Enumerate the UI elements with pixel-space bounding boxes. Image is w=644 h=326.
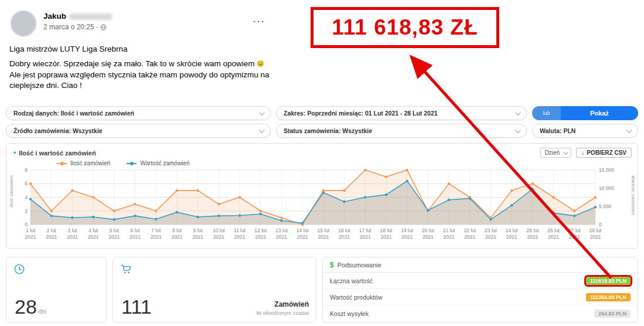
redacted-surname bbox=[70, 13, 112, 20]
filter-range-dropdown[interactable]: Zakres: Poprzedni miesiąc: 01 Lut 2021 -… bbox=[276, 106, 527, 120]
svg-text:17 lut: 17 lut bbox=[359, 227, 371, 233]
filter-source-dropdown[interactable]: Źródło zamówienia: Wszystkie bbox=[6, 124, 271, 138]
legend-label-orders-value: Wartość zamówień bbox=[140, 160, 189, 167]
chart-area[interactable]: Ilość zamówień Wartość zamówień 0246805 … bbox=[6, 167, 638, 244]
summary-value-products: 111354.00 PLN bbox=[586, 293, 631, 301]
post-author-name[interactable]: Jakub bbox=[43, 12, 66, 21]
summary-label-shipping: Koszt wysyłek bbox=[330, 310, 369, 317]
interval-dropdown[interactable]: Dzień bbox=[540, 148, 572, 158]
download-csv-button[interactable]: ↓ POBIERZ CSV bbox=[576, 148, 632, 158]
svg-text:2021: 2021 bbox=[87, 234, 98, 240]
svg-text:2021: 2021 bbox=[339, 234, 350, 240]
svg-text:4: 4 bbox=[25, 195, 28, 201]
download-csv-label: POBIERZ CSV bbox=[587, 150, 626, 156]
y-axis-left-title: Ilość zamówień bbox=[9, 175, 14, 208]
panel-title-dot: • bbox=[13, 149, 16, 157]
days-unit: dni bbox=[39, 308, 46, 315]
svg-text:2021: 2021 bbox=[568, 234, 580, 240]
post-meta: 2 marca o 20:25 · bbox=[43, 23, 107, 31]
legend-item-orders-count[interactable]: Ilość zamówień bbox=[57, 160, 110, 167]
filter-currency-label: Waluta: PLN bbox=[540, 127, 575, 134]
svg-text:2021: 2021 bbox=[25, 234, 36, 240]
avatar[interactable] bbox=[11, 11, 36, 36]
svg-text:2021: 2021 bbox=[548, 234, 559, 240]
svg-text:28 lut: 28 lut bbox=[589, 227, 601, 233]
chart-title: Ilość i wartość zamówień bbox=[19, 150, 96, 157]
svg-text:5 000: 5 000 bbox=[599, 203, 612, 209]
legend-swatch-orange bbox=[57, 163, 67, 164]
chart-legend: Ilość zamówień Wartość zamówień bbox=[6, 158, 638, 167]
svg-text:21 lut: 21 lut bbox=[442, 227, 455, 233]
svg-text:18 lut: 18 lut bbox=[380, 227, 392, 233]
svg-text:2021: 2021 bbox=[401, 234, 413, 240]
svg-text:2021: 2021 bbox=[192, 234, 203, 240]
svg-text:2021: 2021 bbox=[234, 234, 245, 240]
svg-text:6: 6 bbox=[25, 181, 28, 186]
legend-item-orders-value[interactable]: Wartość zamówień bbox=[127, 160, 189, 167]
chevron-down-icon bbox=[259, 127, 265, 133]
svg-text:2021: 2021 bbox=[464, 234, 475, 240]
legend-swatch-blue bbox=[127, 163, 137, 164]
orders-chart-svg[interactable]: 0246805 00010 00015 0001 lut20212 lut202… bbox=[15, 167, 629, 244]
days-card: 28dni bbox=[6, 257, 107, 322]
orders-card: 111 Zamówień W określonym czasie bbox=[113, 257, 316, 322]
days-number: 28 bbox=[15, 296, 37, 318]
filter-data-type-dropdown[interactable]: Rodzaj danych: Ilość i wartość zamówień bbox=[6, 106, 271, 120]
filter-bar: Rodzaj danych: Ilość i wartość zamówień … bbox=[6, 106, 638, 141]
svg-text:2021: 2021 bbox=[485, 234, 496, 240]
summary-title: Podsumowanie bbox=[338, 262, 381, 269]
svg-text:2021: 2021 bbox=[171, 234, 182, 240]
post-body-text-2: Ale jest poprawa względem stycznia także… bbox=[9, 70, 269, 90]
svg-text:19 lut: 19 lut bbox=[401, 227, 413, 233]
svg-text:16 lut: 16 lut bbox=[338, 227, 350, 233]
summary-row-total: Łączna wartość 111618.83 PLN bbox=[323, 273, 638, 289]
svg-text:7 lut: 7 lut bbox=[151, 227, 161, 233]
svg-text:4 lut: 4 lut bbox=[88, 227, 98, 233]
orders-label: Zamówień bbox=[256, 300, 309, 308]
or-button[interactable]: lub bbox=[532, 106, 561, 120]
post-menu-button[interactable]: ··· bbox=[253, 16, 265, 26]
summary-label-products: Wartość produktów bbox=[330, 294, 382, 301]
post-body: Dobry wieczór. Sprzedaje się za mało. Ta… bbox=[9, 59, 277, 91]
svg-text:2021: 2021 bbox=[318, 234, 329, 240]
svg-text:24 lut: 24 lut bbox=[505, 227, 517, 233]
svg-text:8: 8 bbox=[25, 167, 28, 173]
svg-text:12 lut: 12 lut bbox=[254, 227, 267, 233]
filter-status-dropdown[interactable]: Status zamówienia: Wszystkie bbox=[276, 124, 527, 138]
svg-text:2021: 2021 bbox=[590, 234, 601, 240]
social-post: Jakub 2 marca o 20:25 · ··· Liga mistrzó… bbox=[7, 6, 278, 104]
show-button-group[interactable]: lub Pokaż bbox=[532, 106, 638, 120]
svg-text:2: 2 bbox=[25, 208, 28, 214]
svg-text:10 lut: 10 lut bbox=[212, 227, 224, 233]
svg-text:2021: 2021 bbox=[66, 234, 77, 240]
svg-text:25 lut: 25 lut bbox=[526, 227, 539, 233]
post-title: Liga mistrzów LUTY Liga Srebrna bbox=[9, 45, 128, 53]
summary-row-products: Wartość produktów 111354.00 PLN bbox=[323, 289, 638, 305]
legend-label-orders-count: Ilość zamówień bbox=[70, 160, 110, 167]
svg-text:1 lut: 1 lut bbox=[25, 227, 35, 233]
svg-text:8 lut: 8 lut bbox=[172, 227, 182, 233]
filter-currency-dropdown[interactable]: Waluta: PLN bbox=[532, 124, 638, 138]
summary-row-shipping: Koszt wysyłek 264.83 PLN bbox=[323, 305, 638, 322]
post-body-text-1: Dobry wieczór. Sprzedaje się za mało. Ta… bbox=[9, 59, 254, 68]
clock-icon bbox=[14, 264, 25, 274]
chevron-down-icon bbox=[515, 127, 521, 133]
show-button[interactable]: Pokaż bbox=[561, 106, 638, 120]
svg-text:2021: 2021 bbox=[150, 234, 161, 240]
svg-text:3 lut: 3 lut bbox=[67, 227, 77, 233]
svg-text:23 lut: 23 lut bbox=[485, 227, 497, 233]
annotation-callout-box: 111 618,83 ZŁ bbox=[311, 7, 499, 48]
summary-value-total: 111618.83 PLN bbox=[586, 277, 631, 285]
svg-text:15 000: 15 000 bbox=[599, 167, 614, 173]
svg-text:20 lut: 20 lut bbox=[421, 227, 434, 233]
dollar-icon: $ bbox=[330, 261, 334, 269]
svg-text:9 lut: 9 lut bbox=[193, 227, 203, 233]
globe-icon bbox=[100, 24, 107, 30]
summary-label-total: Łączna wartość bbox=[330, 277, 373, 284]
svg-text:22 lut: 22 lut bbox=[464, 227, 476, 233]
filter-source-label: Źródło zamówienia: Wszystkie bbox=[13, 127, 103, 134]
post-author[interactable]: Jakub bbox=[43, 12, 112, 21]
download-icon: ↓ bbox=[581, 150, 584, 156]
svg-text:2021: 2021 bbox=[527, 234, 538, 240]
chevron-down-icon bbox=[563, 150, 568, 154]
